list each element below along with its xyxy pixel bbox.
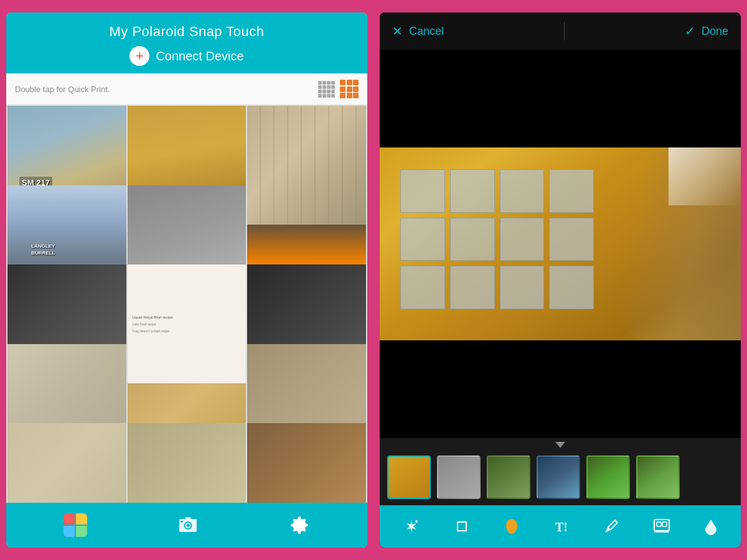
large-grid-button[interactable] bbox=[340, 80, 359, 98]
filter-green[interactable] bbox=[487, 455, 530, 499]
filter-vivid[interactable] bbox=[586, 455, 630, 499]
app-title: My Polaroid Snap Touch bbox=[109, 24, 264, 40]
prism-br bbox=[76, 526, 87, 537]
photo-item[interactable]: Liquid Ninja! Blurt recipe Little Devil … bbox=[128, 264, 247, 383]
left-header: My Polaroid Snap Touch + Connect Device bbox=[6, 12, 367, 73]
main-image-area bbox=[380, 50, 741, 438]
svg-marker-3 bbox=[406, 520, 416, 533]
filter-original[interactable] bbox=[387, 455, 431, 499]
connect-plus-icon: + bbox=[129, 46, 149, 66]
filter-bw[interactable] bbox=[437, 455, 481, 499]
svg-rect-5 bbox=[458, 522, 466, 531]
grid-view-controls bbox=[318, 80, 359, 98]
cancel-button[interactable]: ✕ Cancel bbox=[392, 24, 444, 39]
filter-blue[interactable] bbox=[537, 455, 580, 499]
connect-device-label: Connect Device bbox=[156, 49, 243, 63]
app-wrapper: My Polaroid Snap Touch + Connect Device … bbox=[0, 0, 747, 560]
photo-item[interactable] bbox=[247, 106, 366, 225]
sticker-icon bbox=[504, 517, 520, 536]
crop-icon bbox=[454, 518, 470, 534]
camera-icon bbox=[177, 516, 199, 534]
svg-rect-8 bbox=[657, 522, 661, 526]
crop-tool-button[interactable] bbox=[454, 518, 470, 534]
filter-indicator bbox=[380, 438, 741, 449]
gallery-nav-button[interactable] bbox=[63, 513, 87, 537]
camera-nav-button[interactable] bbox=[177, 516, 199, 534]
photo-item[interactable]: Tom Meyer bbox=[247, 423, 366, 503]
prism-tr bbox=[76, 513, 87, 525]
settings-nav-button[interactable] bbox=[289, 515, 310, 536]
filter-natural[interactable] bbox=[636, 455, 680, 499]
right-header: ✕ Cancel ✓ Done bbox=[380, 12, 741, 50]
image-container bbox=[380, 50, 741, 438]
done-label: Done bbox=[702, 25, 728, 38]
done-button[interactable]: ✓ Done bbox=[685, 24, 728, 39]
photo-toolbar: Double tap for Quick Print. bbox=[6, 73, 367, 105]
svg-rect-9 bbox=[662, 522, 667, 526]
svg-text:T!: T! bbox=[555, 520, 568, 534]
frames-icon bbox=[653, 518, 670, 534]
photo-item[interactable]: Tom Meyer bbox=[7, 423, 126, 503]
edit-toolbar: T! bbox=[380, 505, 741, 548]
photo-grid: SM 217 LANGLEY bbox=[6, 105, 367, 503]
sticker-tool-button[interactable] bbox=[504, 517, 520, 536]
svg-point-1 bbox=[187, 524, 190, 527]
adjust-tool-button[interactable] bbox=[704, 518, 718, 535]
right-panel: ✕ Cancel ✓ Done bbox=[380, 12, 741, 548]
check-icon: ✓ bbox=[685, 24, 695, 39]
prism-icon bbox=[63, 513, 87, 537]
pencil-icon bbox=[603, 518, 619, 534]
connect-device-button[interactable]: + Connect Device bbox=[129, 46, 243, 66]
prism-tl bbox=[63, 513, 75, 525]
text-icon: T! bbox=[553, 518, 570, 535]
draw-tool-button[interactable] bbox=[603, 518, 619, 534]
left-panel: My Polaroid Snap Touch + Connect Device … bbox=[6, 12, 367, 548]
triangle-down-icon bbox=[555, 442, 565, 448]
drop-icon bbox=[704, 518, 718, 535]
prism-bl bbox=[63, 526, 75, 537]
gear-icon bbox=[289, 515, 310, 536]
text-tool-button[interactable]: T! bbox=[553, 518, 570, 535]
x-icon: ✕ bbox=[392, 24, 403, 39]
effects-tool-button[interactable] bbox=[403, 518, 420, 535]
svg-rect-2 bbox=[181, 521, 183, 523]
photo-item[interactable] bbox=[128, 423, 247, 503]
quick-print-hint: Double tap for Quick Print. bbox=[15, 85, 110, 94]
filter-strip bbox=[380, 449, 741, 505]
main-photo bbox=[380, 147, 741, 340]
svg-point-4 bbox=[415, 520, 418, 523]
frames-tool-button[interactable] bbox=[653, 518, 670, 534]
small-grid-button[interactable] bbox=[318, 81, 335, 98]
star-sparkle-icon bbox=[403, 518, 420, 535]
cancel-label: Cancel bbox=[409, 25, 444, 38]
header-divider bbox=[564, 22, 565, 40]
bottom-nav bbox=[6, 503, 367, 548]
